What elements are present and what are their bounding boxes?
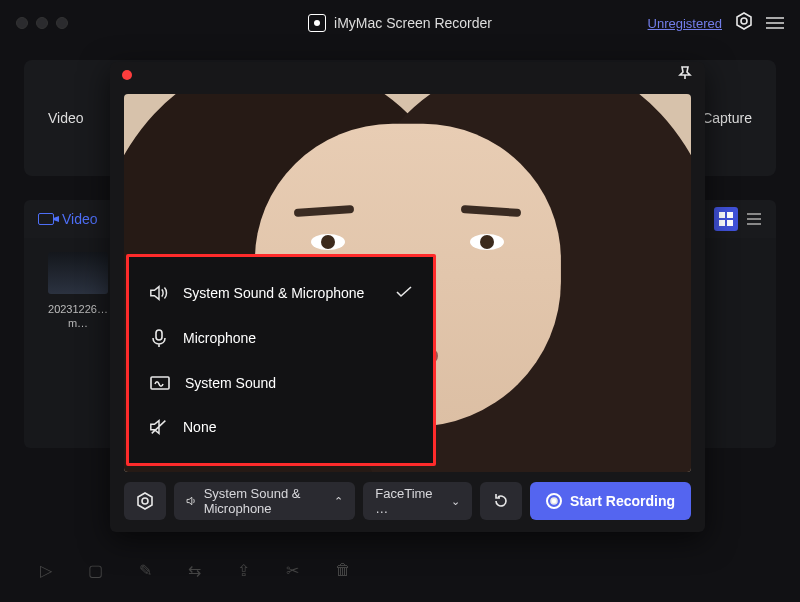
adjust-icon[interactable]: ⇆ [188,561,201,580]
audio-option-label: System Sound & Microphone [183,285,364,301]
app-title-text: iMyMac Screen Recorder [334,15,492,31]
svg-marker-4 [138,493,152,509]
camera-selector[interactable]: FaceTime … ⌄ [363,482,472,520]
video-section-icon [38,213,54,225]
start-recording-button[interactable]: Start Recording [530,482,691,520]
delete-icon[interactable]: 🗑 [335,561,351,580]
tab-video[interactable]: Video [48,110,84,126]
list-view-button[interactable] [742,207,766,231]
grid-view-button[interactable] [714,207,738,231]
app-logo-icon [308,14,326,32]
audio-source-label: System Sound & Microphone [204,486,327,516]
webcam-panel: System Sound & Microphone Microphone Sys… [110,62,705,532]
recorder-settings-button[interactable] [124,482,166,520]
audio-option-system-sound[interactable]: System Sound [133,361,429,405]
svg-rect-2 [156,330,162,340]
svg-point-7 [551,498,557,504]
chevron-down-icon: ⌄ [451,495,460,508]
gear-icon [135,491,155,511]
footer-toolbar: ▷ ▢ ✎ ⇆ ⇪ ✂ 🗑 [40,561,351,580]
audio-option-label: System Sound [185,375,276,391]
file-thumbnail [48,252,108,294]
reset-button[interactable] [480,482,522,520]
play-icon[interactable]: ▷ [40,561,52,580]
mute-icon [149,418,169,436]
section-title: Video [62,211,98,227]
chevron-up-icon: ⌃ [334,495,343,508]
undo-icon [492,492,510,510]
record-icon [546,493,562,509]
system-sound-icon [149,374,171,392]
svg-point-5 [142,498,148,504]
cut-icon[interactable]: ✂ [286,561,299,580]
tab-capture[interactable]: Capture [702,110,752,126]
panel-toolbar: System Sound & Microphone ⌃ FaceTime … ⌄… [110,472,705,520]
start-recording-label: Start Recording [570,493,675,509]
pin-icon[interactable] [677,65,693,85]
export-icon[interactable]: ⇪ [237,561,250,580]
titlebar: iMyMac Screen Recorder Unregistered [0,0,800,46]
audio-source-selector[interactable]: System Sound & Microphone ⌃ [174,482,355,520]
speaker-icon [149,284,169,302]
edit-icon[interactable]: ✎ [139,561,152,580]
app-title: iMyMac Screen Recorder [0,14,800,32]
audio-option-label: Microphone [183,330,256,346]
audio-option-system-and-mic[interactable]: System Sound & Microphone [133,271,429,315]
audio-source-menu: System Sound & Microphone Microphone Sys… [126,254,436,466]
speaker-icon [186,494,198,508]
save-icon[interactable]: ▢ [88,561,103,580]
file-item[interactable]: 20231226… m… [38,252,118,434]
audio-option-label: None [183,419,216,435]
file-name: 20231226… m… [48,302,108,331]
camera-label: FaceTime … [375,486,443,516]
mic-icon [149,328,169,348]
svg-rect-3 [151,377,169,389]
audio-option-none[interactable]: None [133,405,429,449]
check-icon [395,285,413,302]
panel-header [110,62,705,88]
record-indicator-icon [122,70,132,80]
app-window: iMyMac Screen Recorder Unregistered Vide… [0,0,800,602]
audio-option-microphone[interactable]: Microphone [133,315,429,361]
